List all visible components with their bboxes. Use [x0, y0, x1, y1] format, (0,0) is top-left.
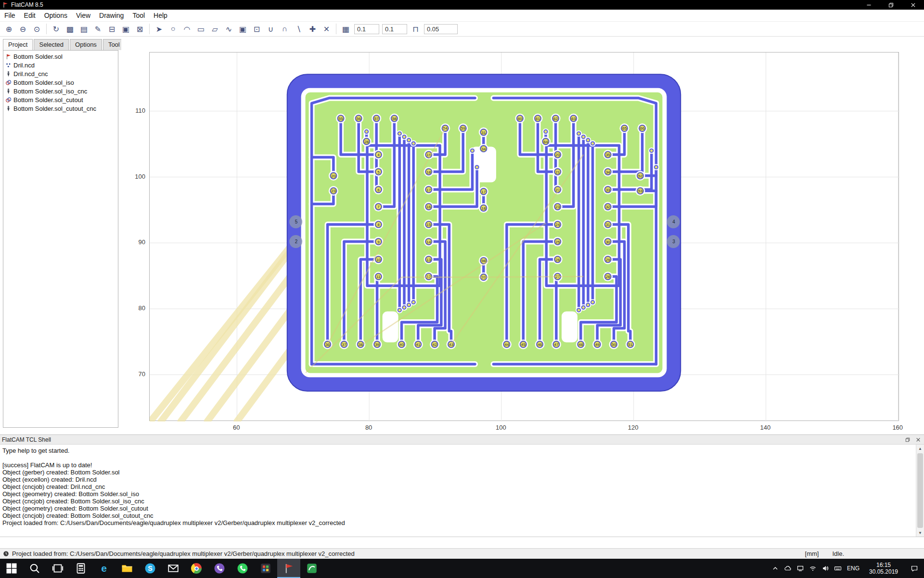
clear-plot-icon[interactable]: ▩: [64, 23, 77, 35]
move-shape-icon[interactable]: ✚: [306, 23, 319, 35]
wifi-tray-icon[interactable]: [807, 559, 819, 578]
zoom-out-icon[interactable]: ⊖: [16, 23, 29, 35]
calculator-app[interactable]: [69, 559, 92, 578]
scroll-up-icon[interactable]: ▲: [916, 445, 924, 452]
draw-arc-icon[interactable]: ◠: [180, 23, 193, 35]
mail-app[interactable]: [162, 559, 185, 578]
intersection-icon[interactable]: ∩: [278, 23, 291, 35]
snap-max-input[interactable]: [424, 24, 458, 34]
edge-app[interactable]: e: [92, 559, 116, 578]
chrome-app[interactable]: [185, 559, 208, 578]
menu-tool[interactable]: Tool: [128, 11, 149, 20]
shell-output[interactable]: Type help to get started. [success] Flat…: [0, 445, 916, 537]
grid-toggle-icon[interactable]: ▦: [339, 23, 352, 35]
tree-item[interactable]: Dril.ncd: [3, 61, 118, 69]
draw-path-icon[interactable]: ∿: [222, 23, 235, 35]
editor-icon[interactable]: ✎: [91, 23, 104, 35]
restore-button[interactable]: [880, 0, 902, 10]
save-project-icon[interactable]: ⊟: [105, 23, 118, 35]
svg-text:11: 11: [376, 275, 381, 279]
viber-app[interactable]: [208, 559, 231, 578]
paste-shape-icon[interactable]: ⊡: [250, 23, 263, 35]
tree-item[interactable]: Dril.ncd_cnc: [3, 69, 118, 78]
replot-icon[interactable]: ↻: [50, 23, 63, 35]
delete-object-icon[interactable]: ⊠: [133, 23, 146, 35]
x-axis-tick: 80: [360, 424, 377, 431]
menu-view[interactable]: View: [72, 11, 95, 20]
draw-polygon-icon[interactable]: ▱: [208, 23, 221, 35]
svg-text:64: 64: [544, 140, 548, 144]
tab-selected[interactable]: Selected: [34, 39, 69, 50]
select-tool-icon[interactable]: ➤: [153, 23, 166, 35]
onedrive-tray-icon[interactable]: [782, 559, 794, 578]
file-explorer-app[interactable]: [116, 559, 139, 578]
whatsapp-app[interactable]: [231, 559, 254, 578]
shell-scrollbar[interactable]: ▲ ▼: [916, 445, 924, 537]
draw-circle-icon[interactable]: ○: [167, 23, 180, 35]
copy-shape-icon[interactable]: ▣: [236, 23, 249, 35]
shell-title: FlatCAM TCL Shell: [2, 436, 51, 443]
tree-item[interactable]: Bottom Solder.sol_cutout: [3, 95, 118, 104]
shell-header[interactable]: FlatCAM TCL Shell: [0, 435, 924, 445]
svg-text:2: 2: [295, 239, 298, 244]
snap-magnet-icon[interactable]: ⊓: [409, 23, 422, 35]
tree-item[interactable]: Bottom Solder.sol: [3, 52, 118, 61]
task-view-button[interactable]: [46, 559, 69, 578]
new-blank-geometry-icon[interactable]: ▤: [77, 23, 90, 35]
tab-options[interactable]: Options: [70, 39, 102, 50]
start-button[interactable]: [0, 559, 23, 578]
skype-app[interactable]: S: [139, 559, 162, 578]
svg-text:32: 32: [606, 205, 610, 209]
chrome-icon: [191, 563, 202, 574]
subtract-icon[interactable]: ∖: [292, 23, 305, 35]
shell-command-input[interactable]: [0, 537, 924, 548]
scroll-down-icon[interactable]: ▼: [916, 529, 924, 537]
grid-x-input[interactable]: [354, 24, 379, 34]
menu-options[interactable]: Options: [40, 11, 72, 20]
pinned-app-1[interactable]: [254, 559, 277, 578]
menu-edit[interactable]: Edit: [20, 11, 40, 20]
tcl-shell-panel: FlatCAM TCL Shell Type help to get start…: [0, 434, 924, 548]
zoom-in-icon[interactable]: ⊕: [2, 23, 15, 35]
scrollbar-thumb[interactable]: [917, 453, 923, 528]
plot-area[interactable]: 5556575841951861771681591410131112545936…: [149, 52, 899, 421]
menu-file[interactable]: File: [0, 11, 20, 20]
chevron-up-icon: [771, 565, 779, 572]
toolbar: ⊕⊖⊙↻▩▤✎⊟▣⊠➤○◠▭▱∿▣⊡∪∩∖✚✕ ▦ ⊓: [0, 22, 924, 37]
union-icon[interactable]: ∪: [264, 23, 277, 35]
network-tray-icon[interactable]: [794, 559, 807, 578]
windows-logo-icon: [6, 563, 17, 574]
flatcam-flag-icon: [283, 563, 295, 574]
copy-object-icon[interactable]: ▣: [119, 23, 132, 35]
menu-help[interactable]: Help: [149, 11, 172, 20]
minimize-button[interactable]: [858, 0, 880, 10]
volume-tray-icon[interactable]: [819, 559, 832, 578]
clock[interactable]: 16:15 30.05.2019: [862, 559, 905, 578]
tab-project[interactable]: Project: [3, 39, 33, 50]
menu-drawing[interactable]: Drawing: [95, 11, 128, 20]
hidden-icons-button[interactable]: [769, 559, 782, 578]
flatcam-app[interactable]: [277, 559, 300, 578]
plot-canvas[interactable]: 5556575841951861771681591410131112545936…: [121, 39, 924, 434]
search-button[interactable]: [23, 559, 46, 578]
delete-shape-icon[interactable]: ✕: [320, 23, 333, 35]
draw-rectangle-icon[interactable]: ▭: [194, 23, 207, 35]
shell-close-button[interactable]: [914, 436, 922, 444]
svg-text:10: 10: [376, 258, 381, 262]
tree-item[interactable]: Bottom Solder.sol_cutout_cnc: [3, 104, 118, 113]
grid-y-input[interactable]: [382, 24, 407, 34]
language-indicator[interactable]: ENG: [844, 559, 862, 578]
zoom-fit-icon[interactable]: ⊙: [30, 23, 43, 35]
pinned-app-2[interactable]: [300, 559, 323, 578]
svg-text:46: 46: [538, 342, 542, 347]
shell-float-button[interactable]: [904, 436, 911, 444]
scrollbar-track[interactable]: [916, 452, 924, 529]
notification-button[interactable]: [905, 559, 924, 578]
touch-keyboard-tray-icon[interactable]: [832, 559, 844, 578]
tree-item[interactable]: Bottom Solder.sol_iso_cnc: [3, 87, 118, 95]
svg-text:48: 48: [578, 342, 583, 347]
tree-item[interactable]: Bottom Solder.sol_iso: [3, 78, 118, 87]
panel-tabs: ProjectSelectedOptionsTool: [3, 39, 121, 50]
shell-line: Type help to get started.: [2, 447, 916, 454]
close-button[interactable]: [902, 0, 924, 10]
